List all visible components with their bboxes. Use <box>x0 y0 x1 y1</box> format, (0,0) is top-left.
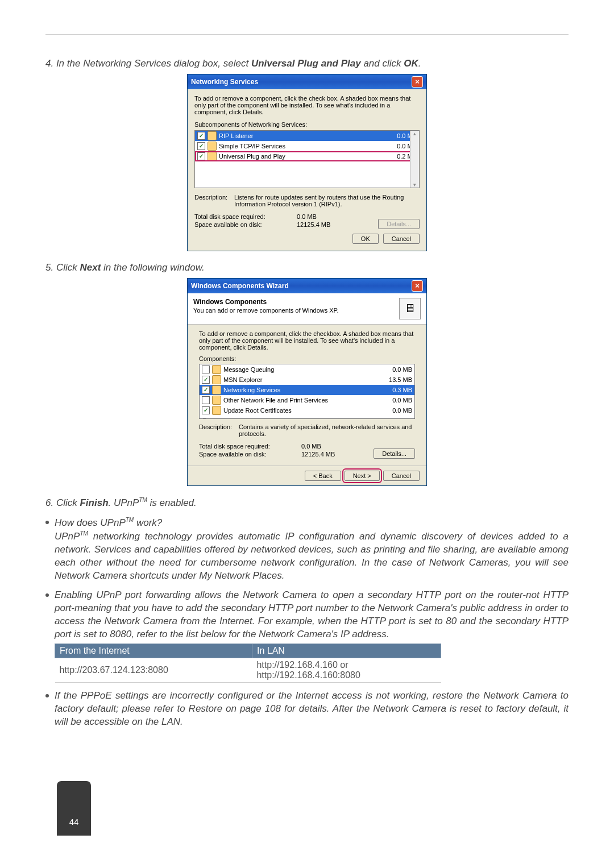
checkbox-icon[interactable] <box>197 132 205 140</box>
bullet2-body: Enabling UPnP port forwarding allows the… <box>55 589 569 641</box>
back-button[interactable]: < Back <box>305 471 341 481</box>
checkbox-icon[interactable] <box>197 152 205 160</box>
chevron-down-icon[interactable]: ▾ <box>203 416 206 419</box>
chevron-up-icon[interactable]: ▴ <box>413 131 416 136</box>
chevron-down-icon[interactable]: ▾ <box>413 182 416 188</box>
step5-text: 5. Click Next in the following window. <box>45 261 569 275</box>
dialog1-instruction: To add or remove a component, click the … <box>194 95 420 115</box>
bullet3-body: If the PPPoE settings are incorrectly co… <box>55 690 569 729</box>
component-icon <box>208 152 217 161</box>
close-icon[interactable]: × <box>412 280 423 292</box>
dialog2-titlebar: Windows Components Wizard × <box>188 279 426 293</box>
checkbox-icon[interactable] <box>202 376 210 384</box>
cancel-button[interactable]: Cancel <box>383 471 420 481</box>
dialog1-list-label: Subcomponents of Networking Services: <box>194 121 420 128</box>
dialog2-instruction: To add or remove a component, click the … <box>199 330 415 351</box>
list-item-networking[interactable]: Networking Services0.3 MB <box>200 385 414 395</box>
component-icon <box>212 365 221 374</box>
list-item[interactable]: Other Network File and Print Services0.0… <box>200 395 414 405</box>
component-icon <box>208 131 217 140</box>
list-item[interactable]: MSN Explorer13.5 MB <box>200 375 414 385</box>
component-icon <box>208 142 217 151</box>
wizard-icon: 🖥 <box>399 298 421 319</box>
list-item-upnp[interactable]: Universal Plug and Play 0.2 MB <box>195 151 419 161</box>
dialog1-description: Description: Listens for route updates s… <box>194 194 420 207</box>
table-header-internet: From the Internet <box>55 644 252 658</box>
dialog2-list: Message Queuing0.0 MB MSN Explorer13.5 M… <box>199 364 415 419</box>
ip-table: From the Internet In LAN http://203.67.1… <box>55 643 441 683</box>
bullet-icon <box>45 521 49 524</box>
page-number: 44 <box>57 781 91 836</box>
networking-services-dialog: Networking Services × To add or remove a… <box>187 74 427 251</box>
table-header-lan: In LAN <box>252 644 441 658</box>
details-button: Details... <box>378 219 420 229</box>
dialog2-title: Windows Components Wizard <box>191 282 289 290</box>
list-item[interactable]: Simple TCP/IP Services 0.0 MB <box>195 141 419 151</box>
list-item[interactable]: Message Queuing0.0 MB <box>200 364 414 375</box>
checkbox-icon[interactable] <box>202 366 210 373</box>
scrollbar[interactable]: ▴▾ <box>410 131 419 188</box>
next-button[interactable]: Next > <box>345 471 380 481</box>
cancel-button[interactable]: Cancel <box>383 234 420 244</box>
wizard-heading: Windows Components <box>193 298 339 306</box>
dialog1-list: RIP Listener 0.0 MB Simple TCP/IP Servic… <box>194 130 420 188</box>
components-wizard-dialog: Windows Components Wizard × Windows Comp… <box>187 278 427 486</box>
close-icon[interactable]: × <box>412 76 423 88</box>
component-icon <box>212 406 221 415</box>
details-button[interactable]: Details... <box>374 448 415 459</box>
bullet1-body: UPnPTM networking technology provides au… <box>55 530 569 582</box>
ok-button[interactable]: OK <box>352 234 379 244</box>
dialog1-title: Networking Services <box>191 78 258 86</box>
table-row: http://203.67.124.123:8080 http://192.16… <box>55 658 441 683</box>
wizard-sub: You can add or remove components of Wind… <box>193 307 339 314</box>
component-icon <box>212 385 221 394</box>
component-icon <box>212 396 221 405</box>
checkbox-icon[interactable] <box>202 396 210 404</box>
list-item[interactable]: RIP Listener 0.0 MB <box>195 131 419 141</box>
scrollbar[interactable]: ▴▾ <box>200 416 414 419</box>
checkbox-icon[interactable] <box>202 386 210 394</box>
dialog2-description: Description: Contains a variety of speci… <box>199 423 415 437</box>
step4-text: 4. In the Networking Services dialog box… <box>45 57 569 70</box>
checkbox-icon[interactable] <box>202 406 210 414</box>
bullet1-question: How does UPnPTM work? <box>55 516 569 530</box>
step6-text: 6. Click Finish. UPnPTM is enabled. <box>45 496 569 510</box>
bullet-icon <box>45 593 49 597</box>
component-icon <box>212 375 221 384</box>
list-item[interactable]: Update Root Certificates0.0 MB <box>200 405 414 416</box>
dialog1-titlebar: Networking Services × <box>188 74 426 89</box>
bullet-icon <box>45 694 49 697</box>
dialog2-list-label: Components: <box>199 355 415 362</box>
checkbox-icon[interactable] <box>197 142 205 150</box>
